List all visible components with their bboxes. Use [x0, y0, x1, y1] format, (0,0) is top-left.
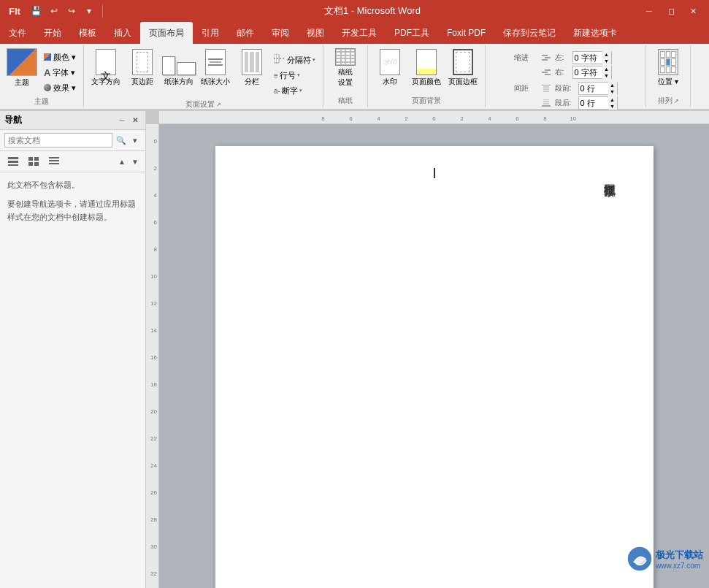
- nav-view-grid[interactable]: [25, 154, 42, 169]
- tab-insert[interactable]: 插入: [105, 22, 140, 44]
- watermark-icon: 水印: [380, 49, 400, 75]
- spacing-before-spinbox[interactable]: ▲ ▼: [578, 82, 618, 95]
- spacing-before-down[interactable]: ▼: [608, 88, 617, 95]
- nav-view-detail[interactable]: [45, 154, 63, 169]
- nav-search-dropdown[interactable]: ▾: [130, 133, 142, 148]
- position-icon: [658, 49, 678, 75]
- paper-size-btn[interactable]: 纸张大小: [198, 47, 233, 89]
- spacing-before-up[interactable]: ▲: [608, 82, 617, 88]
- page-setup-expand[interactable]: ↗: [216, 102, 221, 108]
- indent-label: 缩进: [514, 51, 536, 63]
- svg-rect-24: [49, 157, 59, 159]
- indent-right-spinbox[interactable]: ▲ ▼: [572, 66, 612, 79]
- spacing-after-row: 段后: ▲ ▼: [542, 96, 618, 110]
- margins-icon: [132, 49, 153, 75]
- doc-area[interactable]: 0 2 4 6 8 10 12 14 16 18 20 22 24 26 28 …: [146, 124, 709, 588]
- spacing-after-up[interactable]: ▲: [608, 96, 617, 103]
- tab-savecloud[interactable]: 保存到云笔记: [494, 22, 564, 44]
- line-number-btn[interactable]: ≡ 行号 ▾: [271, 68, 318, 83]
- text-direction-icon: 文: [96, 49, 116, 75]
- nav-prev-btn[interactable]: ▲: [116, 154, 128, 169]
- tab-template[interactable]: 模板: [70, 22, 105, 44]
- save-quick-btn[interactable]: 💾: [29, 4, 44, 18]
- arrange-expand[interactable]: ↗: [674, 98, 679, 104]
- spacing-after-spinbox[interactable]: ▲ ▼: [578, 96, 618, 110]
- nav-no-headings: 此文档不包含标题。: [7, 180, 138, 191]
- nav-content: 此文档不包含标题。 要创建导航选项卡，请通过应用标题样式在您的文档中创建标题。: [0, 172, 145, 588]
- hyphenation-btn[interactable]: a- 断字 ▾: [271, 83, 318, 98]
- spacing-before-input[interactable]: [579, 83, 608, 94]
- fonts-btn[interactable]: A 字体 ▾: [41, 65, 79, 80]
- indent-right-up[interactable]: ▲: [602, 66, 611, 72]
- spacing-after-down[interactable]: ▼: [608, 103, 617, 110]
- cursor-indicator: [434, 168, 435, 178]
- nav-search-input[interactable]: [4, 133, 112, 148]
- tab-view[interactable]: 视图: [298, 22, 333, 44]
- watermark-text: 极光下载站 www.xz7.com: [656, 549, 703, 570]
- tab-developer[interactable]: 开发工具: [333, 22, 386, 44]
- spacing-after-input[interactable]: [579, 97, 608, 109]
- tab-review[interactable]: 审阅: [263, 22, 298, 44]
- svg-rect-18: [8, 161, 18, 163]
- theme-btn[interactable]: 主题: [4, 47, 39, 89]
- redo-quick-btn[interactable]: ↪: [64, 4, 79, 18]
- indent-left-input[interactable]: [573, 52, 602, 64]
- orientation-icon: [162, 49, 196, 75]
- text-direction-btn[interactable]: 文 文字方向: [88, 47, 123, 89]
- ribbon-content: 主题 颜色 ▾ A 字体 ▾ 效果 ▾ 主题: [0, 44, 709, 110]
- nav-help-text: 要创建导航选项卡，请通过应用标题样式在您的文档中创建标题。: [7, 198, 138, 224]
- colors-btn[interactable]: 颜色 ▾: [41, 50, 79, 64]
- tab-pdf[interactable]: PDF工具: [386, 22, 438, 44]
- position-btn[interactable]: 位置 ▾: [651, 47, 686, 89]
- indent-right-down[interactable]: ▼: [602, 72, 611, 79]
- close-btn[interactable]: ✕: [683, 4, 703, 18]
- nav-view-list[interactable]: [4, 154, 22, 169]
- doc-scroll-area[interactable]: 竖排打字视图: [159, 124, 709, 588]
- columns-btn[interactable]: 分栏: [234, 47, 269, 89]
- nav-close-btn[interactable]: ✕: [129, 115, 141, 126]
- hyphenation-icon: a-: [274, 87, 280, 95]
- indent-left-down[interactable]: ▼: [602, 58, 611, 64]
- nav-minimize-btn[interactable]: ─: [116, 115, 128, 126]
- nav-search-btn[interactable]: 🔍: [115, 133, 127, 148]
- margins-btn[interactable]: 页边距: [125, 47, 160, 89]
- app-icon: FIt: [6, 6, 23, 17]
- svg-rect-20: [28, 157, 33, 161]
- ribbon-tabs: 文件 开始 模板 插入 页面布局 引用 邮件 审阅 视图 开发工具 PDF工具 …: [0, 22, 709, 44]
- separator-btn[interactable]: 分隔符 ▾: [271, 53, 318, 67]
- tab-pagelayout[interactable]: 页面布局: [140, 22, 193, 44]
- group-page-bg: 水印 水印 页面颜色 页面边框 页面背景: [368, 45, 486, 107]
- nav-header: 导航 ─ ✕: [0, 111, 145, 130]
- watermark-btn[interactable]: 水印 水印: [372, 47, 407, 89]
- indent-right-input[interactable]: [573, 66, 602, 78]
- tab-foxit[interactable]: Foxit PDF: [438, 22, 494, 44]
- customize-quick-btn[interactable]: ▾: [82, 4, 96, 18]
- group-draft: 稿纸设置 稿纸: [323, 45, 368, 107]
- restore-btn[interactable]: ◻: [661, 4, 681, 18]
- svg-rect-19: [8, 164, 18, 166]
- tab-mailings[interactable]: 邮件: [228, 22, 263, 44]
- nav-view-tabs: ▲ ▼: [0, 151, 145, 172]
- indent-right-label: 右:: [555, 67, 570, 77]
- nav-next-btn[interactable]: ▼: [129, 154, 141, 169]
- tab-newtab[interactable]: 新建选项卡: [564, 22, 626, 44]
- draft-paper-btn[interactable]: 稿纸设置: [328, 47, 363, 89]
- nav-title: 导航: [4, 114, 22, 126]
- tab-home[interactable]: 开始: [35, 22, 70, 44]
- tab-references[interactable]: 引用: [193, 22, 228, 44]
- nav-search-area: 🔍 ▾: [0, 130, 145, 151]
- svg-rect-26: [49, 163, 59, 164]
- document-page[interactable]: 竖排打字视图: [215, 146, 654, 588]
- indent-left-up[interactable]: ▲: [602, 51, 611, 58]
- undo-quick-btn[interactable]: ↩: [47, 4, 61, 18]
- orientation-btn[interactable]: 纸张方向: [161, 47, 196, 89]
- tab-file[interactable]: 文件: [0, 22, 35, 44]
- theme-options: 颜色 ▾ A 字体 ▾ 效果 ▾: [41, 47, 79, 95]
- page-border-btn[interactable]: 页面边框: [445, 47, 480, 89]
- page-border-icon: [453, 49, 473, 75]
- page-color-btn[interactable]: 页面颜色: [409, 47, 444, 89]
- svg-rect-21: [34, 157, 39, 161]
- effects-btn[interactable]: 效果 ▾: [41, 80, 79, 95]
- minimize-btn[interactable]: ─: [639, 4, 659, 18]
- indent-left-spinbox[interactable]: ▲ ▼: [572, 51, 612, 64]
